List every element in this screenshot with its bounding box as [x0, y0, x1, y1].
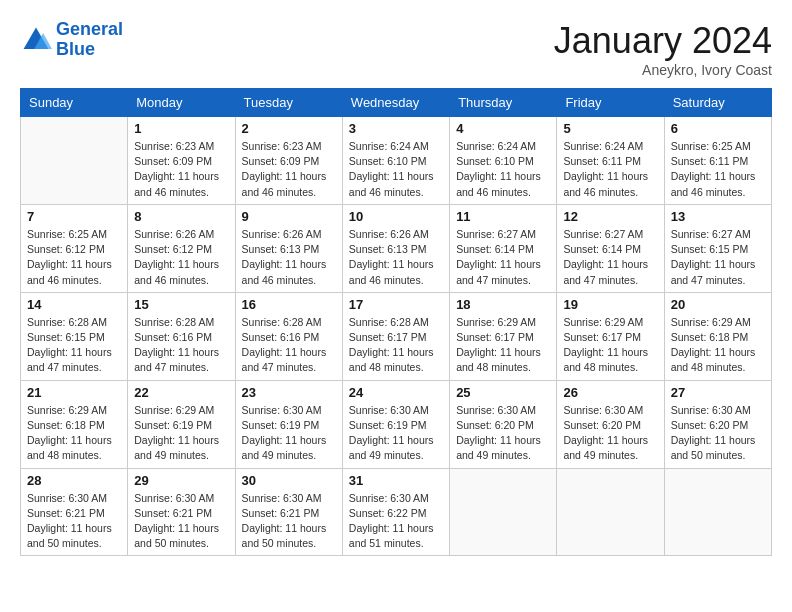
calendar-cell: 18Sunrise: 6:29 AMSunset: 6:17 PMDayligh… — [450, 292, 557, 380]
weekday-header-monday: Monday — [128, 89, 235, 117]
day-number: 20 — [671, 297, 765, 312]
logo-icon — [20, 24, 52, 56]
day-number: 22 — [134, 385, 228, 400]
day-info: Sunrise: 6:30 AMSunset: 6:21 PMDaylight:… — [134, 491, 228, 552]
calendar-cell: 24Sunrise: 6:30 AMSunset: 6:19 PMDayligh… — [342, 380, 449, 468]
day-info: Sunrise: 6:23 AMSunset: 6:09 PMDaylight:… — [242, 139, 336, 200]
day-info: Sunrise: 6:28 AMSunset: 6:16 PMDaylight:… — [134, 315, 228, 376]
day-number: 14 — [27, 297, 121, 312]
day-info: Sunrise: 6:26 AMSunset: 6:13 PMDaylight:… — [242, 227, 336, 288]
calendar-cell: 28Sunrise: 6:30 AMSunset: 6:21 PMDayligh… — [21, 468, 128, 556]
calendar-week-2: 7Sunrise: 6:25 AMSunset: 6:12 PMDaylight… — [21, 204, 772, 292]
day-info: Sunrise: 6:25 AMSunset: 6:12 PMDaylight:… — [27, 227, 121, 288]
day-number: 10 — [349, 209, 443, 224]
day-number: 1 — [134, 121, 228, 136]
calendar-cell: 4Sunrise: 6:24 AMSunset: 6:10 PMDaylight… — [450, 117, 557, 205]
day-number: 29 — [134, 473, 228, 488]
day-number: 31 — [349, 473, 443, 488]
calendar-cell: 20Sunrise: 6:29 AMSunset: 6:18 PMDayligh… — [664, 292, 771, 380]
day-number: 30 — [242, 473, 336, 488]
day-info: Sunrise: 6:28 AMSunset: 6:15 PMDaylight:… — [27, 315, 121, 376]
calendar-cell: 26Sunrise: 6:30 AMSunset: 6:20 PMDayligh… — [557, 380, 664, 468]
calendar-cell: 14Sunrise: 6:28 AMSunset: 6:15 PMDayligh… — [21, 292, 128, 380]
day-info: Sunrise: 6:24 AMSunset: 6:10 PMDaylight:… — [456, 139, 550, 200]
day-info: Sunrise: 6:30 AMSunset: 6:22 PMDaylight:… — [349, 491, 443, 552]
day-info: Sunrise: 6:30 AMSunset: 6:20 PMDaylight:… — [456, 403, 550, 464]
day-number: 17 — [349, 297, 443, 312]
calendar-cell: 8Sunrise: 6:26 AMSunset: 6:12 PMDaylight… — [128, 204, 235, 292]
calendar-week-4: 21Sunrise: 6:29 AMSunset: 6:18 PMDayligh… — [21, 380, 772, 468]
calendar-cell: 31Sunrise: 6:30 AMSunset: 6:22 PMDayligh… — [342, 468, 449, 556]
calendar-cell: 17Sunrise: 6:28 AMSunset: 6:17 PMDayligh… — [342, 292, 449, 380]
day-info: Sunrise: 6:27 AMSunset: 6:15 PMDaylight:… — [671, 227, 765, 288]
calendar-cell — [21, 117, 128, 205]
calendar-cell: 3Sunrise: 6:24 AMSunset: 6:10 PMDaylight… — [342, 117, 449, 205]
calendar-cell: 22Sunrise: 6:29 AMSunset: 6:19 PMDayligh… — [128, 380, 235, 468]
day-number: 3 — [349, 121, 443, 136]
day-info: Sunrise: 6:30 AMSunset: 6:21 PMDaylight:… — [242, 491, 336, 552]
calendar-cell: 5Sunrise: 6:24 AMSunset: 6:11 PMDaylight… — [557, 117, 664, 205]
day-number: 9 — [242, 209, 336, 224]
calendar-cell: 6Sunrise: 6:25 AMSunset: 6:11 PMDaylight… — [664, 117, 771, 205]
calendar-cell: 1Sunrise: 6:23 AMSunset: 6:09 PMDaylight… — [128, 117, 235, 205]
calendar-cell — [557, 468, 664, 556]
page-header: General Blue January 2024 Aneykro, Ivory… — [20, 20, 772, 78]
day-info: Sunrise: 6:27 AMSunset: 6:14 PMDaylight:… — [456, 227, 550, 288]
day-number: 23 — [242, 385, 336, 400]
day-info: Sunrise: 6:28 AMSunset: 6:16 PMDaylight:… — [242, 315, 336, 376]
day-number: 19 — [563, 297, 657, 312]
day-number: 2 — [242, 121, 336, 136]
day-number: 6 — [671, 121, 765, 136]
day-number: 12 — [563, 209, 657, 224]
title-block: January 2024 Aneykro, Ivory Coast — [554, 20, 772, 78]
calendar-cell: 25Sunrise: 6:30 AMSunset: 6:20 PMDayligh… — [450, 380, 557, 468]
calendar-cell — [450, 468, 557, 556]
day-info: Sunrise: 6:27 AMSunset: 6:14 PMDaylight:… — [563, 227, 657, 288]
day-number: 13 — [671, 209, 765, 224]
day-number: 21 — [27, 385, 121, 400]
calendar-cell: 27Sunrise: 6:30 AMSunset: 6:20 PMDayligh… — [664, 380, 771, 468]
day-info: Sunrise: 6:24 AMSunset: 6:11 PMDaylight:… — [563, 139, 657, 200]
location: Aneykro, Ivory Coast — [554, 62, 772, 78]
calendar-cell: 13Sunrise: 6:27 AMSunset: 6:15 PMDayligh… — [664, 204, 771, 292]
weekday-header-friday: Friday — [557, 89, 664, 117]
calendar-cell: 23Sunrise: 6:30 AMSunset: 6:19 PMDayligh… — [235, 380, 342, 468]
calendar-cell: 15Sunrise: 6:28 AMSunset: 6:16 PMDayligh… — [128, 292, 235, 380]
weekday-header-thursday: Thursday — [450, 89, 557, 117]
day-info: Sunrise: 6:29 AMSunset: 6:18 PMDaylight:… — [27, 403, 121, 464]
day-number: 7 — [27, 209, 121, 224]
day-number: 27 — [671, 385, 765, 400]
calendar-cell: 19Sunrise: 6:29 AMSunset: 6:17 PMDayligh… — [557, 292, 664, 380]
day-info: Sunrise: 6:30 AMSunset: 6:19 PMDaylight:… — [349, 403, 443, 464]
calendar-cell: 29Sunrise: 6:30 AMSunset: 6:21 PMDayligh… — [128, 468, 235, 556]
calendar-cell: 21Sunrise: 6:29 AMSunset: 6:18 PMDayligh… — [21, 380, 128, 468]
day-info: Sunrise: 6:29 AMSunset: 6:17 PMDaylight:… — [563, 315, 657, 376]
day-info: Sunrise: 6:26 AMSunset: 6:13 PMDaylight:… — [349, 227, 443, 288]
day-number: 25 — [456, 385, 550, 400]
day-number: 5 — [563, 121, 657, 136]
calendar-cell: 10Sunrise: 6:26 AMSunset: 6:13 PMDayligh… — [342, 204, 449, 292]
day-info: Sunrise: 6:28 AMSunset: 6:17 PMDaylight:… — [349, 315, 443, 376]
month-title: January 2024 — [554, 20, 772, 62]
weekday-header-saturday: Saturday — [664, 89, 771, 117]
day-number: 18 — [456, 297, 550, 312]
weekday-header-sunday: Sunday — [21, 89, 128, 117]
calendar-cell: 30Sunrise: 6:30 AMSunset: 6:21 PMDayligh… — [235, 468, 342, 556]
day-info: Sunrise: 6:29 AMSunset: 6:19 PMDaylight:… — [134, 403, 228, 464]
calendar-week-5: 28Sunrise: 6:30 AMSunset: 6:21 PMDayligh… — [21, 468, 772, 556]
calendar-cell: 7Sunrise: 6:25 AMSunset: 6:12 PMDaylight… — [21, 204, 128, 292]
logo-text: General Blue — [56, 20, 123, 60]
day-number: 4 — [456, 121, 550, 136]
weekday-header-wednesday: Wednesday — [342, 89, 449, 117]
day-number: 24 — [349, 385, 443, 400]
logo: General Blue — [20, 20, 123, 60]
day-info: Sunrise: 6:29 AMSunset: 6:17 PMDaylight:… — [456, 315, 550, 376]
day-number: 16 — [242, 297, 336, 312]
calendar-cell: 12Sunrise: 6:27 AMSunset: 6:14 PMDayligh… — [557, 204, 664, 292]
calendar-cell: 11Sunrise: 6:27 AMSunset: 6:14 PMDayligh… — [450, 204, 557, 292]
day-info: Sunrise: 6:25 AMSunset: 6:11 PMDaylight:… — [671, 139, 765, 200]
calendar-cell: 2Sunrise: 6:23 AMSunset: 6:09 PMDaylight… — [235, 117, 342, 205]
calendar-week-1: 1Sunrise: 6:23 AMSunset: 6:09 PMDaylight… — [21, 117, 772, 205]
calendar-cell: 9Sunrise: 6:26 AMSunset: 6:13 PMDaylight… — [235, 204, 342, 292]
day-info: Sunrise: 6:30 AMSunset: 6:21 PMDaylight:… — [27, 491, 121, 552]
